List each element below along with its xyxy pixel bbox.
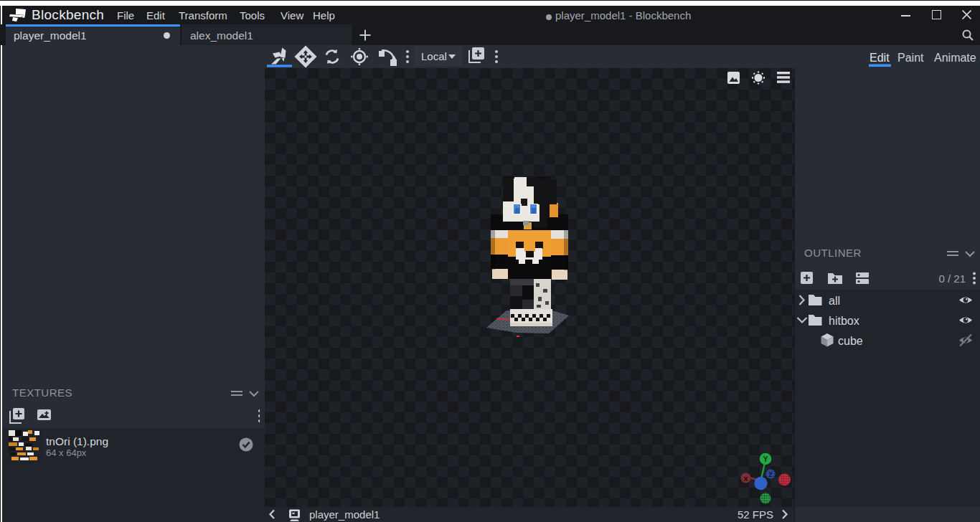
svg-text:52 FPS: 52 FPS: [738, 508, 773, 521]
svg-text:Z: Z: [768, 471, 773, 478]
svg-text:Paint: Paint: [897, 52, 924, 64]
svg-text:Local: Local: [421, 50, 447, 62]
svg-text:all: all: [829, 295, 840, 307]
svg-text:cube: cube: [838, 335, 863, 347]
svg-text:hitbox: hitbox: [829, 315, 859, 327]
svg-text:Animate: Animate: [934, 52, 976, 64]
svg-text:Y: Y: [763, 455, 768, 463]
svg-text:X: X: [743, 475, 748, 483]
svg-text:Edit: Edit: [870, 52, 890, 64]
svg-text:player_model1: player_model1: [309, 508, 380, 521]
